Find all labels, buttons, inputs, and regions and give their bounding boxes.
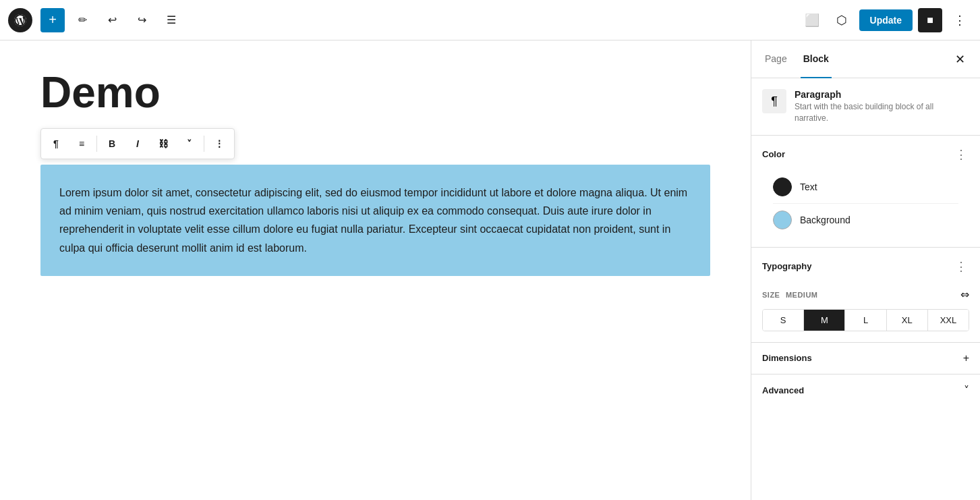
advanced-row[interactable]: Advanced ˅	[751, 374, 980, 406]
sidebar-header: Page Block ✕	[751, 40, 980, 78]
color-section-title: Color	[762, 149, 785, 159]
size-btn-xl[interactable]: XL	[887, 310, 928, 331]
main-area: Demo ¶ ≡ B I ⛓ ˅	[0, 40, 980, 500]
paragraph-type-button[interactable]: ¶	[44, 132, 68, 156]
settings-icon: ■	[927, 14, 933, 26]
size-btn-l[interactable]: L	[845, 310, 886, 331]
dimensions-add-icon: +	[963, 352, 969, 364]
responsive-preview-button[interactable]: ⬜	[800, 8, 824, 32]
text-color-swatch	[773, 177, 792, 196]
background-color-label: Background	[800, 215, 851, 225]
more-options-button[interactable]: ˅	[177, 132, 201, 156]
toolbar-right: ⬜ ⬡ Update ■ ⋮	[800, 8, 972, 32]
external-icon: ⬡	[836, 13, 847, 28]
heading-block: Demo	[40, 67, 161, 128]
sidebar-close-button[interactable]: ✕	[950, 50, 969, 69]
link-icon: ⛓	[158, 138, 168, 149]
toolbar-separator-2	[204, 136, 204, 152]
view-button[interactable]: ⬡	[830, 8, 854, 32]
more-tools-button[interactable]: ⋮	[948, 8, 972, 32]
block-name: Paragraph	[795, 89, 969, 100]
toolbar-separator	[96, 136, 97, 152]
paragraph-block-icon: ¶	[771, 94, 778, 109]
dimensions-row[interactable]: Dimensions +	[751, 343, 980, 374]
align-icon: ≡	[79, 138, 84, 149]
color-section: Color ⋮ Text Background	[751, 136, 980, 248]
dots-icon: ⋮	[214, 138, 224, 149]
link-button[interactable]: ⛓	[151, 132, 175, 156]
block-description: Start with the basic building block of a…	[795, 101, 969, 124]
undo-icon: ↩	[108, 13, 117, 26]
block-icon: ¶	[762, 89, 786, 113]
redo-icon: ↪	[138, 13, 146, 26]
tab-block[interactable]: Block	[801, 40, 832, 78]
size-btn-xxl[interactable]: XXL	[928, 310, 969, 331]
italic-button[interactable]: I	[125, 132, 150, 156]
paragraph-block[interactable]: Lorem ipsum dolor sit amet, consectetur …	[40, 165, 710, 276]
responsive-icon: ⬜	[805, 13, 819, 28]
paragraph-text: Lorem ipsum dolor sit amet, consectetur …	[59, 184, 691, 257]
advanced-label: Advanced	[762, 385, 804, 395]
more-tools-icon: ⋮	[954, 13, 966, 28]
size-label: SIZE	[762, 291, 780, 299]
advanced-chevron-icon: ˅	[964, 384, 969, 397]
undo-button[interactable]: ↩	[100, 8, 124, 32]
update-button[interactable]: Update	[859, 9, 913, 31]
redo-button[interactable]: ↪	[129, 8, 154, 32]
pencil-icon: ✏	[78, 13, 87, 26]
size-label-group: SIZE MEDIUM	[762, 288, 818, 300]
typography-more-button[interactable]: ⋮	[953, 258, 969, 275]
color-more-button[interactable]: ⋮	[953, 146, 969, 163]
typography-section: Typography ⋮ SIZE MEDIUM ⇔ S M L XL XXL	[751, 248, 980, 343]
typography-section-title: Typography	[762, 261, 811, 271]
size-controls-icon[interactable]: ⇔	[960, 288, 969, 301]
background-color-row[interactable]: Background	[762, 204, 969, 236]
sidebar: Page Block ✕ ¶ Paragraph Start with the …	[751, 40, 980, 500]
bold-button[interactable]: B	[100, 132, 124, 156]
text-color-row[interactable]: Text	[762, 171, 969, 203]
size-row: SIZE MEDIUM ⇔	[762, 283, 969, 309]
document-overview-button[interactable]: ☰	[159, 8, 183, 32]
add-block-button[interactable]: +	[40, 8, 65, 32]
text-color-label: Text	[800, 182, 817, 192]
tools-button[interactable]: ✏	[70, 8, 94, 32]
color-section-header: Color ⋮	[762, 146, 969, 163]
block-info-text: Paragraph Start with the basic building …	[795, 89, 969, 124]
settings-button[interactable]: ■	[918, 8, 942, 32]
list-icon: ☰	[167, 13, 176, 26]
typography-section-header: Typography ⋮	[762, 258, 969, 275]
size-buttons: S M L XL XXL	[762, 309, 969, 331]
size-value: MEDIUM	[786, 291, 818, 299]
background-color-swatch	[773, 211, 792, 229]
paragraph-icon: ¶	[53, 138, 59, 149]
block-toolbar: ¶ ≡ B I ⛓ ˅ ⋮	[40, 128, 235, 159]
page-title[interactable]: Demo	[40, 67, 161, 117]
editor-content: Demo ¶ ≡ B I ⛓ ˅	[40, 67, 710, 276]
tab-page[interactable]: Page	[762, 40, 790, 78]
editor-area: Demo ¶ ≡ B I ⛓ ˅	[0, 40, 751, 500]
size-btn-m[interactable]: M	[804, 310, 845, 331]
block-more-button[interactable]: ⋮	[207, 132, 231, 156]
chevron-down-icon: ˅	[187, 138, 192, 149]
align-button[interactable]: ≡	[69, 132, 94, 156]
dimensions-label: Dimensions	[762, 353, 812, 363]
top-toolbar: + ✏ ↩ ↪ ☰ ⬜ ⬡ Update ■ ⋮	[0, 0, 980, 40]
wordpress-logo[interactable]	[8, 8, 32, 32]
size-btn-s[interactable]: S	[763, 310, 804, 331]
block-info: ¶ Paragraph Start with the basic buildin…	[751, 78, 980, 136]
